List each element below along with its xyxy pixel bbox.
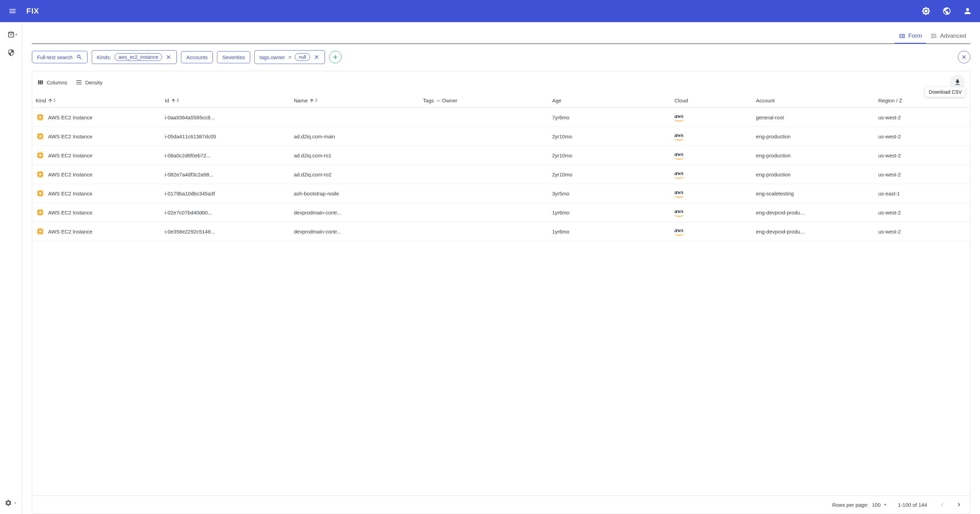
table-toolbar: Columns Density Download CSV xyxy=(32,71,970,94)
table-row[interactable]: AWS EC2 Instance i-0aa9364a5585cc8... 7y… xyxy=(32,108,970,127)
cell-age: 1yr6mo xyxy=(549,203,671,222)
cpu-chip-icon xyxy=(36,132,45,141)
cell-cloud: aws xyxy=(671,165,752,184)
filters-row: Full-text search Kinds: aws_ec2_instance… xyxy=(32,50,970,64)
col-age[interactable]: Age xyxy=(549,94,671,108)
cell-cloud: aws xyxy=(671,203,752,222)
clear-filters-button[interactable] xyxy=(958,51,970,63)
density-button[interactable]: Density xyxy=(75,79,102,86)
cell-owner xyxy=(419,222,549,241)
globe-icon xyxy=(942,6,951,16)
cell-id: i-0e358e2292c5148... xyxy=(161,222,290,241)
filter-fulltext[interactable]: Full-text search xyxy=(32,51,88,63)
theme-toggle[interactable] xyxy=(919,4,933,18)
query-tabs: Form Advanced xyxy=(32,30,970,44)
add-filter-button[interactable] xyxy=(329,51,342,63)
cell-id: i-08a0c2d6f0eb72... xyxy=(161,146,290,165)
table-row[interactable]: AWS EC2 Instance i-05da411c61387dc05 ad.… xyxy=(32,127,970,146)
col-id[interactable]: Id 3 xyxy=(161,94,290,108)
menu-button[interactable] xyxy=(6,4,19,18)
sidebar-item-inventory[interactable] xyxy=(3,26,19,43)
person-icon xyxy=(963,6,972,16)
chevron-right-icon xyxy=(955,501,963,508)
sidebar-item-security[interactable] xyxy=(3,44,19,61)
cpu-chip-icon xyxy=(36,151,45,160)
density-label: Density xyxy=(85,79,102,86)
cell-name: ad.d2iq.com-ro1 xyxy=(290,146,419,165)
filter-severities-label: Severities xyxy=(222,54,245,60)
cell-age: 7yr6mo xyxy=(549,108,671,127)
cell-region: us-east-1 xyxy=(875,184,970,203)
shield-icon xyxy=(7,49,15,56)
table-row[interactable]: AWS EC2 Instance i-0e358e2292c5148... de… xyxy=(32,222,970,241)
pagination-range: 1-100 of 144 xyxy=(898,502,927,508)
close-circle-icon xyxy=(961,54,967,60)
svg-rect-7 xyxy=(39,173,41,176)
cpu-chip-icon xyxy=(36,113,45,122)
svg-rect-1 xyxy=(39,116,41,119)
cell-kind: AWS EC2 Instance xyxy=(48,133,92,140)
cell-account: eng-production xyxy=(752,127,875,146)
cpu-chip-icon xyxy=(36,227,45,236)
next-page-button[interactable] xyxy=(953,499,964,510)
search-icon xyxy=(76,54,82,60)
account-button[interactable] xyxy=(961,4,974,18)
table-row[interactable]: AWS EC2 Instance i-08a0c2d6f0eb72... ad.… xyxy=(32,146,970,165)
cell-owner xyxy=(419,127,549,146)
col-cloud[interactable]: Cloud xyxy=(671,94,752,108)
table-row[interactable]: AWS EC2 Instance i-0179ba10dbc345a3f ash… xyxy=(32,184,970,203)
download-icon xyxy=(954,79,961,86)
app-header: FIX xyxy=(0,0,980,22)
cell-kind: AWS EC2 Instance xyxy=(48,190,92,197)
cell-region: us-west-2 xyxy=(875,146,970,165)
cell-age: 2yr10mo xyxy=(549,146,671,165)
cell-region: us-west-2 xyxy=(875,165,970,184)
columns-label: Columns xyxy=(47,79,67,86)
settings-icon xyxy=(5,499,12,507)
cell-owner xyxy=(419,203,549,222)
cell-account: general-root xyxy=(752,108,875,127)
filter-accounts[interactable]: Accounts xyxy=(181,51,213,63)
sidebar-settings[interactable] xyxy=(3,495,19,511)
cell-age: 2yr10mo xyxy=(549,165,671,184)
filter-tag[interactable]: tags.owner = null xyxy=(255,50,325,64)
sidebar xyxy=(0,22,22,514)
svg-rect-13 xyxy=(39,230,41,233)
rows-per-page-value: 100 xyxy=(872,502,881,508)
filter-tag-key: tags.owner xyxy=(259,54,285,60)
cell-region: us-west-2 xyxy=(875,108,970,127)
language-button[interactable] xyxy=(940,4,954,18)
cell-id: i-0aa9364a5585cc8... xyxy=(161,108,290,127)
col-tags-owner[interactable]: Tags → Owner xyxy=(419,94,549,108)
tab-advanced[interactable]: Advanced xyxy=(926,30,970,44)
cell-cloud: aws xyxy=(671,146,752,165)
cell-account: eng-devprod-produ... xyxy=(752,222,875,241)
tab-form[interactable]: Form xyxy=(894,30,926,44)
columns-button[interactable]: Columns xyxy=(37,79,67,86)
form-icon xyxy=(899,33,905,40)
cell-kind: AWS EC2 Instance xyxy=(48,228,92,235)
filter-kinds[interactable]: Kinds: aws_ec2_instance xyxy=(92,50,177,64)
advanced-icon xyxy=(930,33,937,40)
arrow-up-icon xyxy=(309,98,315,103)
cell-kind: AWS EC2 Instance xyxy=(48,152,92,159)
results-table: Columns Density Download CSV xyxy=(32,71,970,514)
table-row[interactable]: AWS EC2 Instance i-02e7c07bd40d60... dev… xyxy=(32,203,970,222)
close-icon[interactable] xyxy=(313,54,320,60)
cell-cloud: aws xyxy=(671,127,752,146)
chevron-up-icon xyxy=(13,501,18,505)
cell-age: 2yr10mo xyxy=(549,127,671,146)
table-row[interactable]: AWS EC2 Instance i-082e7a4df3c2a98... ad… xyxy=(32,165,970,184)
close-icon[interactable] xyxy=(165,54,172,60)
col-kind[interactable]: Kind 1 xyxy=(32,94,161,108)
col-account[interactable]: Account xyxy=(752,94,875,108)
prev-page-button[interactable] xyxy=(937,499,948,510)
filter-severities[interactable]: Severities xyxy=(217,51,250,63)
cell-name: ad.d2iq.com-ro2 xyxy=(290,165,419,184)
density-icon xyxy=(75,79,82,86)
cpu-chip-icon xyxy=(36,170,45,179)
cpu-chip-icon xyxy=(36,208,45,217)
col-name[interactable]: Name 2 xyxy=(290,94,419,108)
cell-name: ad.d2iq.com-main xyxy=(290,127,419,146)
rows-per-page-select[interactable]: 100 xyxy=(872,501,888,508)
